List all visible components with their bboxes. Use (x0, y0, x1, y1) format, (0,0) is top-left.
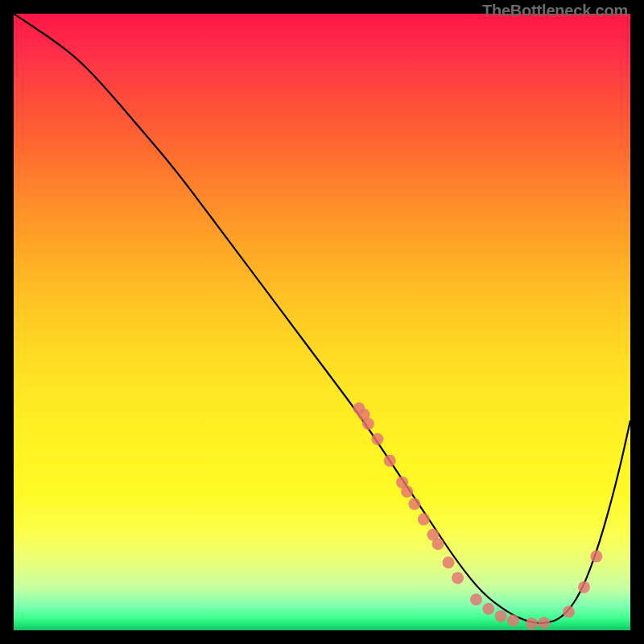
watermark-text: TheBottleneck.com (482, 2, 628, 20)
data-point (408, 497, 420, 510)
data-point (452, 572, 464, 584)
data-point (507, 614, 519, 626)
data-point (482, 603, 494, 615)
data-point (371, 433, 383, 445)
data-point (590, 551, 602, 563)
data-point (526, 617, 538, 630)
data-point (470, 593, 482, 605)
data-point (401, 485, 413, 497)
chart-container: TheBottleneck.com (0, 0, 644, 644)
marker-group (353, 402, 602, 630)
data-point (578, 581, 590, 593)
data-point (432, 538, 444, 550)
data-point (362, 418, 374, 430)
curve-layer (14, 14, 630, 630)
data-point (563, 606, 575, 618)
plot-area (14, 14, 630, 630)
bottleneck-curve (14, 14, 630, 623)
data-point (384, 455, 396, 467)
data-point (495, 610, 507, 622)
data-point (538, 617, 550, 629)
data-point (418, 514, 430, 526)
data-point (443, 556, 455, 568)
